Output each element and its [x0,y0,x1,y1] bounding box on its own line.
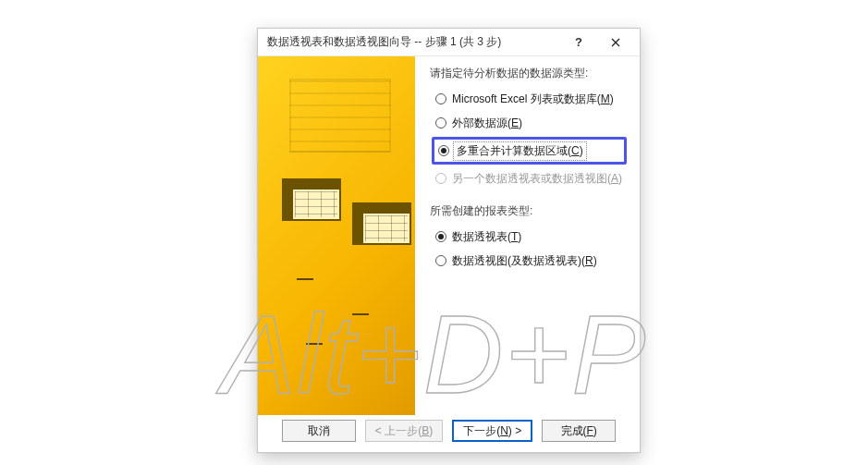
close-button[interactable] [597,29,634,56]
radio-icon [435,231,446,242]
radio-icon [438,145,449,156]
radio-icon [435,117,446,128]
close-icon [611,38,620,47]
report-type-group: 数据透视表(T) 数据透视图(及数据透视表)(R) [432,225,627,273]
radio-pivot-table[interactable]: 数据透视表(T) [432,225,627,249]
finish-button[interactable]: 完成(F) [542,420,616,442]
datasource-type-label: 请指定待分析数据的数据源类型: [430,66,627,81]
radio-label: 另一个数据透视表或数据透视图(A) [452,171,622,187]
form-area: 请指定待分析数据的数据源类型: Microsoft Excel 列表或数据库(M… [415,56,640,415]
radio-excel-list[interactable]: Microsoft Excel 列表或数据库(M) [432,87,627,111]
dialog-content: 请指定待分析数据的数据源类型: Microsoft Excel 列表或数据库(M… [258,56,640,415]
cancel-button[interactable]: 取消 [282,420,356,442]
next-button[interactable]: 下一步(N) > [452,420,532,442]
radio-label: 多重合并计算数据区域(C) [455,143,585,159]
radio-label: 数据透视图(及数据透视表)(R) [452,253,597,269]
radio-external-data[interactable]: 外部数据源(E) [432,111,627,135]
radio-label: 外部数据源(E) [452,116,522,131]
dialog-footer: 取消 < 上一步(B) 下一步(N) > 完成(F) [258,415,640,452]
radio-label: Microsoft Excel 列表或数据库(M) [452,92,614,107]
wizard-graphic [258,56,415,415]
dialog-title: 数据透视表和数据透视图向导 -- 步骤 1 (共 3 步) [267,34,560,50]
radio-label: 数据透视表(T) [452,229,521,245]
radio-icon [435,173,446,184]
radio-icon [435,93,446,104]
back-button: < 上一步(B) [365,420,443,442]
datasource-type-group: Microsoft Excel 列表或数据库(M) 外部数据源(E) 多重合并计… [432,87,627,190]
radio-icon [435,255,446,266]
report-type-label: 所需创建的报表类型: [430,203,627,219]
radio-pivot-chart[interactable]: 数据透视图(及数据透视表)(R) [432,249,627,273]
radio-multiple-consolidation[interactable]: 多重合并计算数据区域(C) [432,137,627,165]
radio-another-pivot: 另一个数据透视表或数据透视图(A) [432,166,627,190]
wizard-dialog: 数据透视表和数据透视图向导 -- 步骤 1 (共 3 步) ? 请指定待分析数据… [257,28,641,453]
help-button[interactable]: ? [560,29,597,56]
titlebar: 数据透视表和数据透视图向导 -- 步骤 1 (共 3 步) ? [258,29,640,56]
